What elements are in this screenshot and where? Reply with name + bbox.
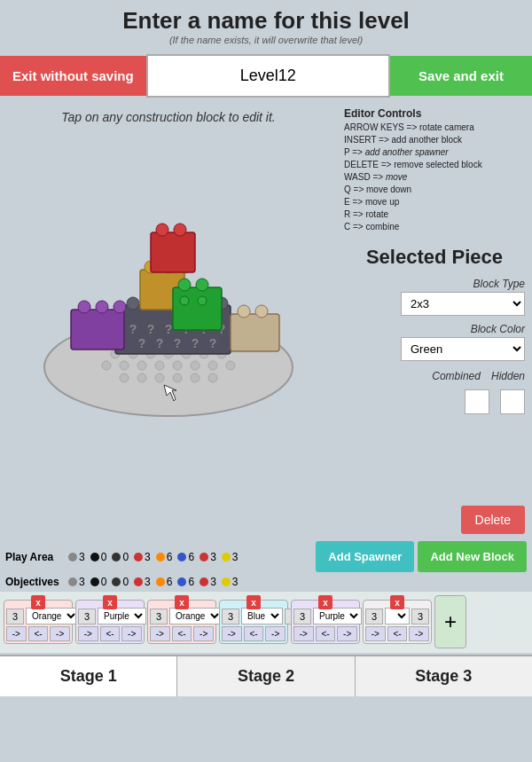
card-5-arrow-right[interactable]: ->	[365, 626, 386, 641]
svg-text:?: ?	[192, 336, 200, 350]
stage-tab-3[interactable]: Stage 3	[356, 656, 532, 696]
card-1-arrow-right2[interactable]: ->	[121, 626, 142, 641]
objectives-label: Objectives	[5, 576, 63, 588]
editor-controls-title: Editor Controls	[344, 106, 525, 122]
card-4-arrow-right[interactable]: ->	[293, 626, 314, 641]
main-area: Tap on any construction block to edit it…	[0, 103, 532, 538]
card-0-arrow-left[interactable]: <-	[28, 626, 49, 641]
card-5-counter2: 3	[411, 609, 429, 625]
card-0-counter: 3	[6, 609, 24, 625]
svg-point-54	[180, 296, 189, 305]
editor-controls-line-7: E => move up	[344, 196, 525, 208]
card-5-name-select[interactable]	[385, 608, 410, 625]
svg-point-18	[155, 373, 164, 382]
editor-controls-line-5: WASD => move	[344, 171, 525, 184]
card-5-arrow-right2[interactable]: ->	[409, 626, 429, 641]
hidden-checkbox[interactable]	[500, 389, 525, 414]
stage-card-0: x 3 Orange 3 -> <- ->	[4, 600, 73, 644]
play-area-stat-5: 6	[177, 551, 194, 563]
stage-tab-2[interactable]: Stage 2	[177, 656, 355, 696]
card-2-arrows: -> <- ->	[150, 626, 214, 641]
card-0-arrow-right[interactable]: ->	[6, 626, 27, 641]
card-5-arrow-left[interactable]: <-	[387, 626, 408, 641]
page-title: Enter a name for this level	[4, 7, 528, 35]
delete-button[interactable]: Delete	[461, 506, 525, 534]
svg-point-53	[196, 279, 208, 291]
card-1-name-select[interactable]: Purple	[98, 608, 146, 625]
card-3-close-button[interactable]: x	[246, 595, 261, 609]
stage-tab-1[interactable]: Stage 1	[0, 656, 177, 696]
card-2-arrow-left[interactable]: <-	[172, 626, 192, 641]
editor-controls-line-6: Q => move down	[344, 184, 525, 196]
svg-text:?: ?	[165, 322, 173, 336]
svg-point-43	[113, 301, 126, 313]
svg-rect-51	[173, 287, 222, 330]
svg-point-57	[238, 305, 250, 318]
svg-point-50	[174, 224, 186, 236]
block-type-label: Block Type	[344, 278, 525, 290]
svg-text:?: ?	[174, 336, 182, 350]
card-3-name-select[interactable]: Blue	[241, 608, 283, 625]
scene-hint: Tap on any construction block to edit it…	[4, 110, 333, 124]
exit-without-saving-button[interactable]: Exit without saving	[0, 56, 146, 96]
card-0-arrow-right2[interactable]: ->	[50, 626, 70, 641]
card-2-name-select[interactable]: Orange	[169, 608, 223, 625]
block-type-dropdown-row: 2x3 1x1 2x2 2x4	[344, 292, 525, 316]
add-spawner-button[interactable]: Add Spawner	[316, 541, 414, 572]
card-3-arrows: -> <- ->	[222, 626, 286, 641]
editor-controls-line-8: R => rotate	[344, 208, 525, 221]
editor-controls: Editor Controls ARROW KEYS => rotate cam…	[344, 106, 525, 233]
play-area-stat-6: 3	[200, 551, 216, 563]
add-card-button[interactable]: +	[434, 595, 466, 648]
card-0-name-select[interactable]: Orange	[26, 608, 79, 625]
card-4-arrow-right2[interactable]: ->	[337, 626, 357, 641]
block-color-select[interactable]: Green Red Blue Orange Purple	[401, 337, 525, 361]
card-3-arrow-left[interactable]: <-	[244, 626, 264, 641]
card-3-counter: 3	[222, 609, 239, 625]
card-1-name-row: 3 Purple 3	[78, 608, 142, 625]
card-4-name-row: 3 Purple 3	[293, 608, 357, 625]
card-5-counter: 3	[365, 609, 383, 625]
scene-area: Tap on any construction block to edit it…	[0, 103, 337, 538]
card-1-arrow-left[interactable]: <-	[100, 626, 121, 641]
page-subtitle: (If the name exists, it will overwrite t…	[4, 35, 528, 45]
card-3-arrow-right2[interactable]: ->	[265, 626, 286, 641]
editor-controls-line-2: INSERT => add another block	[344, 134, 525, 146]
card-4-close-button[interactable]: x	[318, 595, 332, 609]
combined-checkbox-item	[465, 389, 489, 414]
svg-point-19	[173, 373, 182, 382]
card-1-arrow-right[interactable]: ->	[78, 626, 98, 641]
svg-point-49	[156, 224, 168, 236]
obj-stat-3: 3	[134, 576, 151, 588]
obj-stat-4: 6	[156, 576, 173, 588]
card-2-arrow-right2[interactable]: ->	[193, 626, 214, 641]
level-name-input[interactable]	[146, 54, 390, 98]
svg-point-52	[178, 279, 191, 291]
card-5-close-button[interactable]: x	[390, 595, 404, 609]
card-4-arrows: -> <- ->	[293, 626, 357, 641]
top-buttons-row: Exit without saving Save and exit	[0, 54, 532, 98]
card-2-name-row: 3 Orange 3	[150, 608, 214, 625]
stage-card-5: x 3 3 -> <- ->	[363, 600, 432, 644]
combined-checkbox[interactable]	[465, 389, 489, 414]
card-4-name-select[interactable]: Purple	[313, 608, 362, 625]
card-2-counter: 3	[150, 609, 168, 625]
play-area-stat-7: 3	[222, 551, 239, 563]
card-0-name-row: 3 Orange 3	[6, 608, 70, 625]
save-and-exit-button[interactable]: Save and exit	[390, 56, 532, 96]
card-0-close-button[interactable]: x	[31, 595, 45, 609]
card-1-close-button[interactable]: x	[103, 595, 117, 609]
svg-point-2	[120, 361, 129, 370]
block-type-select[interactable]: 2x3 1x1 2x2 2x4	[401, 292, 525, 316]
lego-scene[interactable]: ? ? ? ? ? ? ? ? ? ? ?	[35, 128, 301, 420]
svg-text:?: ?	[156, 336, 164, 350]
add-new-block-button[interactable]: Add New Block	[418, 541, 527, 572]
card-2-arrow-right[interactable]: ->	[150, 626, 170, 641]
card-2-close-button[interactable]: x	[175, 595, 189, 609]
card-3-arrow-right[interactable]: ->	[222, 626, 242, 641]
play-area-stat-2: 0	[112, 551, 129, 563]
card-4-arrow-left[interactable]: <-	[316, 626, 336, 641]
hidden-label: Hidden	[491, 370, 525, 382]
objectives-row: Objectives 3 0 0 3 6 6 3 3	[0, 574, 532, 590]
obj-stat-2: 0	[112, 576, 129, 588]
